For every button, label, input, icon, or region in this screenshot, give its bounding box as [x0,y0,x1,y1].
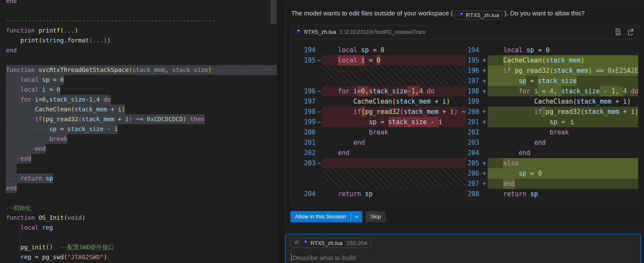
diff-change-marker: + [481,86,488,96]
diff-change-marker: + [481,117,488,127]
diff-row: 194 local sp = 0 [466,45,638,55]
diff-change-marker [316,45,322,55]
file-chip[interactable]: RTX5_zh.lua [455,11,503,20]
diff-change-marker [316,137,322,148]
diff-line-number: 199 [466,96,481,107]
diff-row: 196+ if pg_read32(stack_mem) == 0xE25A2E… [466,66,638,76]
skip-button[interactable]: Skip [366,211,386,222]
vscode-window: end-------------------------------------… [0,0,644,263]
diff-row: 201+ sp = i [466,117,638,127]
chat-input-box[interactable]: RTX5_zh.lua:192-204 Describe what to bui… [285,234,641,263]
diff-stat-icon[interactable] [614,28,622,36]
context-pill-file: RTX5_zh.lua [310,240,343,246]
diff-row: 206+ sp = 0 [466,168,638,179]
diff-card: RTX5_zh.lua E:\2.31\ZX11\h7toolPC_releas… [290,25,638,207]
pin-icon[interactable] [294,239,300,246]
code-line [6,164,277,173]
editor-panel-divider[interactable] [277,0,284,263]
diff-line-number: 200 [466,107,481,117]
diff-change-marker: + [481,66,488,76]
diff-row: 200 break [291,127,466,137]
diff-line-number: 196 [291,86,316,96]
diff-row [291,66,466,86]
diff-change-marker [316,127,322,137]
diff-line-number: 196 [466,66,481,76]
diff-line-number: 208 [466,189,481,199]
diff-change-marker: − [316,55,322,66]
lua-icon [458,12,464,18]
diff-line-number: 204 [466,148,481,158]
diff-change-marker: − [316,117,322,127]
allow-session-button[interactable]: Allow in this Session [290,211,362,222]
diff-pane-modified: 194 local sp = 0195+ CacheClean(stack_me… [466,45,638,199]
file-chip-label: RTX5_zh.lua [466,12,499,18]
editor-scrollbar[interactable] [271,0,277,24]
diff-change-marker: + [481,168,488,179]
code-line: end [6,45,277,55]
diff-change-marker: − [316,86,322,96]
diff-change-marker [481,148,488,158]
code-line: ········CacheClean(stack_mem·+·i) [6,105,277,114]
chat-text-input[interactable]: Describe what to build [291,254,641,261]
diff-line-number: 199 [291,117,316,127]
permission-message: The model wants to edit files outside of… [285,5,644,25]
code-line: ············break [6,134,277,144]
diff-line-number: 194 [466,45,481,55]
code-line [6,6,277,16]
code-line: end [6,183,277,193]
code-line: ····local·i·=·0 [6,85,277,95]
indent-guide [20,223,21,263]
diff-line-number: 198 [291,107,316,117]
diff-row [291,168,466,189]
diff-line-number: 194 [291,45,316,55]
diff-change-marker: − [316,158,322,168]
diff-change-marker: + [481,55,488,66]
diff-change-marker: + [481,76,488,86]
diff-row: 196− for i=0,stack_size-1,4 do [291,86,466,96]
open-editor-icon[interactable] [627,29,634,36]
code-line: local reg [6,223,277,233]
diff-line-number: 207 [466,179,481,189]
diff-row: 195− local i = 0 [291,55,466,66]
code-line: ········end [6,144,277,154]
diff-row: 202 break [466,127,638,137]
diff-line-number: 198 [466,86,481,96]
diff-filler-hatch [322,168,466,189]
diff-file-path: E:\2.31\ZX11\h7toolPC_release\Trace [340,29,609,35]
diff-change-marker [481,189,488,199]
diff-row: 198− if(pg_read32(stack_mem + i) ~= 0xCD… [291,107,466,117]
code-line [6,233,277,242]
code-line: function OS_Init(void) [6,213,277,223]
diff-card-header[interactable]: RTX5_zh.lua E:\2.31\ZX11\h7toolPC_releas… [291,25,638,39]
chevron-down-icon[interactable] [351,211,362,222]
diff-row: 202 end [291,148,466,158]
code-line: print(string.format(...)) [6,36,277,45]
code-line: reg = pg_swd("JTAG2SWD") [6,252,277,262]
code-line: pg_init() --配置SWD硬件接口 [6,242,277,252]
diff-row: 199− sp = stack_size - i [291,117,466,127]
diff-row: 197+ sp = stack_size [466,76,638,86]
indent-guide [20,36,21,45]
diff-line-number: 203 [291,158,316,168]
diff-line-number: 203 [466,137,481,148]
allow-session-label: Allow in this Session [290,211,351,222]
diff-change-marker [481,45,488,55]
chat-placeholder: Describe what to build [292,254,356,261]
code-line: ····local·sp·=·0 [6,75,277,85]
code-line: ········if(pg_read32(stack_mem·+·i)·~=·0… [6,114,277,124]
diff-line-number: 201 [466,117,481,127]
code-line: function printf(...) [6,26,277,36]
diff-row: 200+ if pg_read32(stack_mem + i) ~= 0xCD… [466,107,638,117]
code-editor[interactable]: end-------------------------------------… [0,0,277,263]
diff-line-number: 201 [291,137,316,148]
context-pill[interactable]: RTX5_zh.lua:192-204 [290,238,371,248]
lua-icon [302,239,308,246]
code-line [6,193,277,203]
diff-change-marker [481,127,488,137]
diff-view: 194 local sp = 0195− local i = 0196− for… [291,39,638,206]
diff-row: 195+ CacheClean(stack_mem) [466,55,638,66]
diff-line-number: 206 [466,168,481,179]
chat-panel: The model wants to edit files outside of… [284,0,644,263]
diff-line-number: 202 [291,148,316,158]
diff-change-marker: + [481,179,488,189]
